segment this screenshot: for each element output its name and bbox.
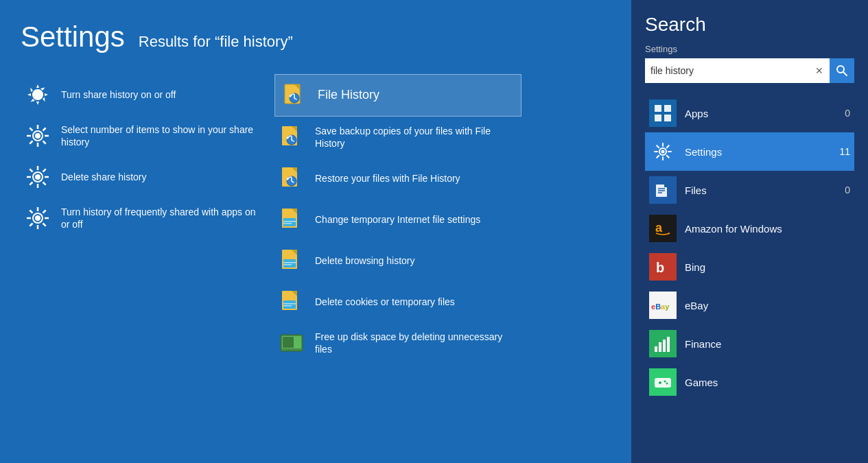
search-panel: Search Settings ✕ Apps 0 xyxy=(631,0,868,463)
svg-line-10 xyxy=(43,141,46,144)
left-panel: Settings Results for “file history” xyxy=(0,0,631,463)
right-result-item-file-history[interactable]: File History xyxy=(274,74,521,117)
search-input-container[interactable]: ✕ xyxy=(645,58,854,83)
svg-point-2 xyxy=(35,92,40,97)
right-result-text-file-history: File History xyxy=(318,87,379,103)
svg-rect-60 xyxy=(283,305,292,307)
category-item-amazon[interactable]: a Amazon for Windows xyxy=(645,209,854,248)
category-item-apps[interactable]: Apps 0 xyxy=(645,94,854,132)
svg-line-66 xyxy=(843,72,847,75)
category-name-settings: Settings xyxy=(685,146,839,158)
svg-point-14 xyxy=(35,174,40,180)
right-result-text-delete-browsing: Delete browsing history xyxy=(315,254,415,267)
search-panel-title: Search xyxy=(645,14,854,36)
category-item-games[interactable]: Games xyxy=(645,363,854,401)
svg-rect-49 xyxy=(283,221,296,222)
search-clear-button[interactable]: ✕ xyxy=(809,58,830,83)
category-count-files: 0 xyxy=(845,185,850,195)
category-item-bing[interactable]: b Bing xyxy=(645,248,854,286)
svg-rect-91 xyxy=(655,346,657,352)
gear-icon xyxy=(24,163,51,191)
right-result-text-change-temp: Change temporary Internet file settings xyxy=(315,213,480,226)
svg-text:eBay: eBay xyxy=(651,302,670,311)
search-go-button[interactable] xyxy=(830,58,854,83)
svg-rect-70 xyxy=(664,115,671,121)
header-area: Settings Results for “file history” xyxy=(14,21,631,54)
category-item-ebay[interactable]: eBay eBay xyxy=(645,286,854,324)
svg-line-11 xyxy=(43,128,46,130)
svg-rect-55 xyxy=(283,264,292,265)
results-subtitle: Results for “file history” xyxy=(139,33,293,51)
left-result-item[interactable]: Delete share history xyxy=(21,156,268,198)
category-item-settings[interactable]: Settings 11 xyxy=(645,132,854,171)
left-result-item[interactable]: Turn share history on or off xyxy=(21,74,268,115)
right-result-text-delete-cookies: Delete cookies or temporary files xyxy=(315,296,455,308)
right-results-column: File History Save backup copies of your … xyxy=(268,74,521,364)
svg-rect-93 xyxy=(663,340,666,352)
svg-line-32 xyxy=(30,224,32,226)
category-item-files[interactable]: Files 0 xyxy=(645,171,854,209)
svg-rect-48 xyxy=(283,218,296,226)
left-result-text-1: Turn share history on or off xyxy=(61,88,176,101)
svg-line-30 xyxy=(43,224,46,226)
svg-line-78 xyxy=(667,156,669,158)
gear-icon xyxy=(24,204,51,232)
category-name-finance: Finance xyxy=(685,338,850,350)
apps-icon xyxy=(649,99,677,127)
right-result-item-save-backup[interactable]: Save backup copies of your files with Fi… xyxy=(274,117,521,158)
svg-rect-64 xyxy=(283,337,294,348)
category-name-apps: Apps xyxy=(685,108,845,119)
svg-rect-68 xyxy=(664,105,671,112)
svg-line-20 xyxy=(43,182,46,185)
bing-icon: b xyxy=(649,253,677,281)
restore-files-icon xyxy=(278,165,305,192)
category-name-bing: Bing xyxy=(685,261,850,273)
search-category-label: Settings xyxy=(645,44,854,54)
category-name-games: Games xyxy=(685,377,850,388)
left-results-column: Turn share history on or off xyxy=(14,74,268,364)
svg-rect-94 xyxy=(667,337,670,352)
files-icon xyxy=(649,176,677,204)
right-result-item-delete-browsing[interactable]: Delete browsing history xyxy=(274,240,521,281)
gear-icon xyxy=(24,122,51,150)
settings-icon xyxy=(649,138,677,165)
games-icon xyxy=(649,368,677,396)
svg-line-22 xyxy=(30,182,32,185)
svg-rect-59 xyxy=(283,303,296,305)
search-input[interactable] xyxy=(645,58,809,83)
svg-text:a: a xyxy=(655,221,663,235)
svg-line-79 xyxy=(667,145,669,147)
svg-point-98 xyxy=(664,381,666,383)
right-result-item-change-temp[interactable]: Change temporary Internet file settings xyxy=(274,199,521,240)
left-result-item[interactable]: Turn history of frequently shared with a… xyxy=(21,198,268,239)
left-result-item[interactable]: Select number of items to show in your s… xyxy=(21,115,268,156)
file-history-icon xyxy=(281,82,308,109)
category-name-files: Files xyxy=(685,185,845,196)
gear-icon xyxy=(24,81,51,108)
svg-point-99 xyxy=(666,383,668,385)
right-result-item-free-disk[interactable]: Free up disk space by deleting unnecessa… xyxy=(274,322,521,364)
finance-icon xyxy=(649,330,677,357)
svg-line-21 xyxy=(43,169,46,171)
ebay-icon: eBay xyxy=(649,292,677,319)
change-temp-icon xyxy=(278,206,305,233)
category-name-ebay: eBay xyxy=(685,300,850,311)
svg-point-24 xyxy=(35,215,40,221)
svg-rect-50 xyxy=(283,223,292,224)
svg-line-31 xyxy=(43,210,46,213)
right-result-item-delete-cookies[interactable]: Delete cookies or temporary files xyxy=(274,281,521,322)
category-item-finance[interactable]: Finance xyxy=(645,324,854,363)
svg-point-4 xyxy=(35,133,40,139)
svg-rect-53 xyxy=(283,259,296,268)
right-result-text-restore-files: Restore your files with File History xyxy=(315,172,460,185)
svg-line-19 xyxy=(30,169,32,171)
svg-point-72 xyxy=(661,150,665,154)
right-result-text-free-disk: Free up disk space by deleting unnecessa… xyxy=(315,331,518,355)
svg-rect-95 xyxy=(655,378,671,388)
right-result-item-restore-files[interactable]: Restore your files with File History xyxy=(274,158,521,199)
delete-browsing-icon xyxy=(278,247,305,274)
svg-rect-92 xyxy=(659,342,661,352)
svg-line-12 xyxy=(30,141,32,144)
svg-line-29 xyxy=(30,210,32,213)
page-title: Settings xyxy=(21,21,125,54)
